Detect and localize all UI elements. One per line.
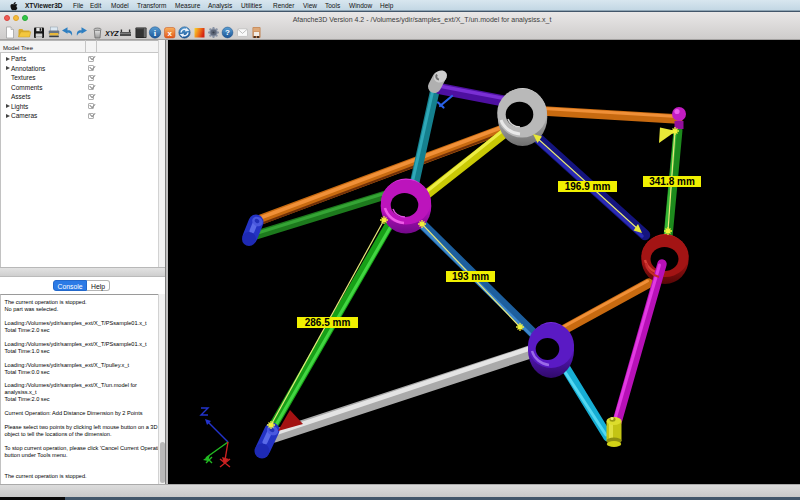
svg-text:341.8 mm: 341.8 mm [649, 176, 695, 187]
svg-text:286.5 mm: 286.5 mm [305, 317, 351, 328]
svg-text:193 mm: 193 mm [452, 271, 489, 282]
svg-text:x: x [167, 29, 172, 38]
svg-text:?: ? [225, 28, 230, 37]
svg-text:XYZ: XYZ [104, 30, 119, 37]
svg-text:196.9 mm: 196.9 mm [565, 181, 611, 192]
